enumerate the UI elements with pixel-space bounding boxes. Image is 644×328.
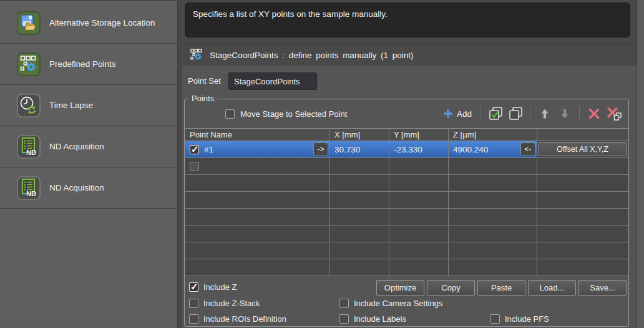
move-stage-label: Move Stage to Selected Point <box>240 109 347 119</box>
paste-button[interactable]: Paste <box>477 280 525 296</box>
move-stage-to-point-button[interactable]: -> <box>313 142 328 156</box>
include-labels-checkbox[interactable] <box>339 314 349 324</box>
nd-acquisition-icon: ND <box>17 176 41 200</box>
point-y-cell[interactable]: -23.330 <box>389 141 449 158</box>
include-pfs-label: Include PFS <box>505 314 549 324</box>
set-point-from-stage-button[interactable]: <- <box>520 142 535 156</box>
column-header-x: X [mm] <box>330 128 389 141</box>
svg-text:ND: ND <box>26 190 36 197</box>
add-button-label: Add <box>457 109 472 119</box>
point-z-cell[interactable]: 4900.240 <- <box>449 141 537 158</box>
save-button[interactable]: Save... <box>578 280 627 296</box>
optimize-button[interactable]: Optimize <box>376 280 424 296</box>
sidebar-item-label: Predefined Points <box>49 59 116 69</box>
panel-right-margin <box>637 0 644 328</box>
table-action-buttons: Optimize Copy Paste Load... Save... <box>376 280 627 296</box>
sidebar-item-label: ND Acquisition <box>49 183 104 192</box>
move-stage-checkbox-row: Move Stage to Selected Point <box>225 109 347 119</box>
acquisition-dialog: Alternative Storage Location <box>0 0 644 328</box>
point-enabled-checkbox[interactable] <box>190 162 199 171</box>
include-z-stack-row: Include Z-Stack <box>189 299 260 308</box>
section-header: StageCoordPoints : define points manuall… <box>182 44 637 66</box>
table-row-empty <box>185 209 628 226</box>
svg-text:ND: ND <box>26 149 36 156</box>
uncheck-all-points-icon[interactable] <box>507 106 524 122</box>
storage-location-icon <box>17 11 41 35</box>
point-actions-cell: Offset All X,Y,Z <box>537 141 628 158</box>
points-toolbar: Move Stage to Selected Point Add <box>185 104 628 123</box>
toolbar-separator <box>579 106 580 121</box>
point-z-value: 4900.240 <box>453 145 488 154</box>
table-row-empty <box>185 242 628 259</box>
point-set-label: Point Set <box>188 76 221 86</box>
predefined-points-icon <box>190 49 203 61</box>
description-text: Specifies a list of XY points on the sam… <box>193 9 388 19</box>
table-row-point-1[interactable]: #1 -> 30.730 -23.330 4900.240 <- Offset … <box>185 141 628 158</box>
include-camera-settings-checkbox[interactable] <box>339 299 349 308</box>
move-stage-checkbox[interactable] <box>225 109 235 119</box>
column-header-point-name: Point Name <box>185 128 330 141</box>
table-row-empty <box>185 192 628 209</box>
move-point-up-icon[interactable] <box>537 106 553 122</box>
sidebar-item-label: Alternative Storage Location <box>49 18 155 27</box>
include-camera-settings-row: Include Camera Settings <box>339 299 442 308</box>
points-group-legend: Points <box>188 94 217 103</box>
load-button[interactable]: Load... <box>528 280 576 296</box>
points-panel: Point Set Points Move Stage to Selected … <box>182 66 637 328</box>
sidebar: Alternative Storage Location <box>0 0 178 328</box>
toolbar-separator <box>481 106 481 121</box>
include-pfs-checkbox[interactable] <box>490 314 500 324</box>
table-row-empty <box>185 259 628 276</box>
include-pfs-row: Include PFS <box>490 314 549 324</box>
column-header-actions <box>537 128 628 141</box>
point-name-cell: #1 -> <box>185 141 330 158</box>
include-labels-row: Include Labels <box>339 314 406 324</box>
include-camera-settings-label: Include Camera Settings <box>354 299 442 308</box>
include-z-checkbox[interactable] <box>189 282 198 292</box>
point-x-cell[interactable]: 30.730 <box>330 141 389 158</box>
point-name: #1 <box>204 145 213 154</box>
table-row-empty <box>185 158 628 175</box>
include-z-label: Include Z <box>203 282 237 292</box>
footer-row-1: Include Z Optimize Copy Paste Load... Sa… <box>189 280 628 296</box>
include-z-stack-checkbox[interactable] <box>189 299 198 308</box>
include-rois-definition-row: Include ROIs Definition <box>189 314 286 324</box>
column-header-y: Y [mm] <box>389 128 449 141</box>
point-enabled-checkbox[interactable] <box>190 145 199 154</box>
plus-icon <box>443 109 453 119</box>
sidebar-item-nd-acquisition-1[interactable]: ND ND Acquisition <box>0 126 177 167</box>
include-rois-definition-label: Include ROIs Definition <box>203 314 286 324</box>
toolbar-separator <box>530 106 530 121</box>
predefined-points-icon <box>17 52 41 76</box>
description-box: Specifies a list of XY points on the sam… <box>185 2 630 37</box>
time-lapse-icon <box>17 94 41 117</box>
copy-button[interactable]: Copy <box>427 280 475 296</box>
delete-all-points-icon[interactable] <box>606 106 623 122</box>
toolbar-buttons: Add <box>443 106 623 122</box>
sidebar-item-label: ND Acquisition <box>49 142 104 151</box>
table-header: Point Name X [mm] Y [mm] Z [µm] <box>185 128 628 141</box>
main-panel: Specifies a list of XY points on the sam… <box>182 0 637 328</box>
sidebar-item-nd-acquisition-2[interactable]: ND ND Acquisition <box>0 167 177 209</box>
include-labels-label: Include Labels <box>354 314 406 324</box>
section-title: StageCoordPoints : define points manuall… <box>210 51 413 60</box>
points-group: Points Move Stage to Selected Point <box>184 99 629 327</box>
table-row-empty <box>185 175 628 192</box>
include-rois-definition-checkbox[interactable] <box>189 314 198 324</box>
sidebar-item-predefined-points[interactable]: Predefined Points <box>0 44 177 85</box>
move-point-down-icon[interactable] <box>557 106 573 122</box>
delete-point-icon[interactable] <box>586 106 602 122</box>
column-header-z: Z [µm] <box>449 128 537 141</box>
sidebar-item-alternative-storage-location[interactable]: Alternative Storage Location <box>0 2 177 44</box>
offset-all-xyz-button[interactable]: Offset All X,Y,Z <box>539 142 627 156</box>
sidebar-item-time-lapse[interactable]: Time Lapse <box>0 85 177 126</box>
check-all-points-icon[interactable] <box>487 106 504 122</box>
nd-acquisition-icon: ND <box>17 135 41 159</box>
points-table: Point Name X [mm] Y [mm] Z [µm] #1 -> 30… <box>185 128 628 276</box>
sidebar-item-label: Time Lapse <box>49 101 93 110</box>
add-point-button[interactable]: Add <box>443 106 472 122</box>
include-z-row: Include Z <box>189 282 237 292</box>
include-z-stack-label: Include Z-Stack <box>203 299 260 308</box>
point-set-input[interactable] <box>228 72 317 90</box>
table-row-empty <box>185 226 628 242</box>
